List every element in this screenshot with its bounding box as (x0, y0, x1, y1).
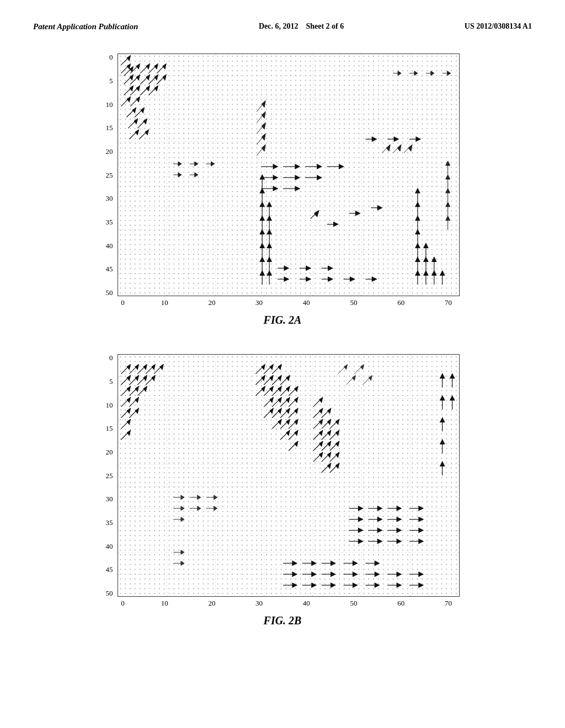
x-axis-2a: 0 10 20 30 40 50 60 70 (118, 298, 460, 307)
figure-2a-wrapper: 50 45 40 35 30 25 20 15 10 5 0 (106, 53, 460, 326)
svg-rect-1 (118, 54, 459, 296)
publication-title: Patent Application Publication (33, 22, 138, 31)
y-axis-2b: 50 45 40 35 30 25 20 15 10 5 0 (106, 354, 113, 597)
chart-2b-area: 0 10 20 30 40 50 60 70 (118, 354, 460, 608)
vector-field-2b (118, 355, 459, 596)
pub-date: Dec. 6, 2012 (259, 22, 299, 30)
chart-2a-plot (118, 53, 460, 296)
chart-2a-area: 0 10 20 30 40 50 60 70 (118, 53, 460, 307)
sheet-info: Sheet 2 of 6 (306, 22, 344, 30)
figure-2b-caption: FIG. 2B (264, 614, 302, 627)
figures-container: 50 45 40 35 30 25 20 15 10 5 0 (33, 53, 532, 627)
page-header: Patent Application Publication Dec. 6, 2… (33, 22, 532, 31)
patent-number: US 2012/0308134 A1 (465, 22, 532, 31)
chart-2a-container: 50 45 40 35 30 25 20 15 10 5 0 (106, 53, 460, 307)
chart-2b-plot (118, 354, 460, 597)
vector-field-2a (118, 54, 459, 296)
figure-2b-wrapper: 50 45 40 35 30 25 20 15 10 5 0 (106, 354, 460, 627)
page: Patent Application Publication Dec. 6, 2… (0, 0, 565, 728)
y-axis-2a: 50 45 40 35 30 25 20 15 10 5 0 (106, 53, 113, 296)
chart-2b-container: 50 45 40 35 30 25 20 15 10 5 0 (106, 354, 460, 608)
figure-2a-caption: FIG. 2A (264, 314, 302, 326)
header-date-sheet: Dec. 6, 2012 Sheet 2 of 6 (259, 22, 344, 31)
x-axis-2b: 0 10 20 30 40 50 60 70 (118, 599, 460, 608)
